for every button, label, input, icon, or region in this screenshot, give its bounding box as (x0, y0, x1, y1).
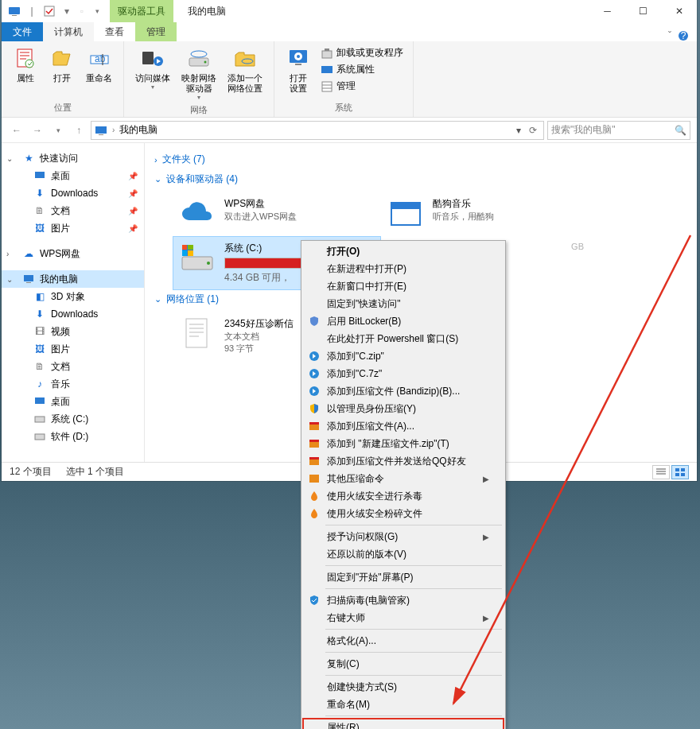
ctx-grant-access[interactable]: 授予访问权限(G)▶ (303, 528, 504, 545)
ctx-add-send-qq[interactable]: 添加到压缩文件并发送给QQ好友 (303, 452, 504, 470)
drive-c-icon (178, 242, 216, 275)
ctx-other-compress[interactable]: 其他压缩命令▶ (303, 470, 504, 487)
ctx-scan-guanjia[interactable]: 扫描病毒(电脑管家) (303, 591, 504, 609)
tab-file[interactable]: 文件 (2, 22, 43, 41)
nav-pictures[interactable]: 🖼图片📌 (2, 219, 144, 237)
rename-icon: ab (87, 46, 112, 72)
shield-icon (307, 314, 321, 328)
nav-desktop2[interactable]: 桌面 (2, 393, 144, 410)
ribbon-btn-map-drive[interactable]: 映射网络 驱动器 ▾ (177, 45, 221, 103)
nav-documents[interactable]: 🗎文档📌 (2, 202, 144, 219)
address-input[interactable]: › 我的电脑 ▾ ⟳ (91, 121, 544, 140)
ribbon: 属性 打开 ab 重命名 位置 访问媒体 ▾ (2, 41, 697, 118)
bandizip-icon (307, 384, 321, 398)
ribbon-btn-open[interactable]: 打开 (45, 45, 80, 85)
view-details-button[interactable] (652, 465, 670, 479)
ctx-open-new-window[interactable]: 在新窗口中打开(E) (303, 277, 504, 295)
nav-quick-access[interactable]: ⌄★快速访问 (2, 149, 144, 167)
ribbon-btn-open-settings[interactable]: 打开 设置 (281, 45, 316, 95)
ctx-properties[interactable]: 属性(R) (303, 719, 504, 729)
nav-video[interactable]: 🎞视频 (2, 323, 144, 340)
qat-overflow-icon[interactable]: ▾ (91, 5, 103, 17)
ribbon-btn-rename[interactable]: ab 重命名 (81, 45, 117, 85)
ribbon-group-location: 属性 打开 ab 重命名 位置 (2, 41, 124, 117)
nav-up-button[interactable]: ↑ (70, 122, 88, 139)
addr-dropdown-icon[interactable]: ▾ (516, 125, 521, 136)
ctx-admin-compress[interactable]: 以管理员身份压缩(Y) (303, 400, 504, 417)
navigation-pane[interactable]: ⌄★快速访问 桌面📌 ⬇Downloads📌 🗎文档📌 🖼图片📌 ›☁WPS网盘… (2, 143, 145, 462)
svg-rect-37 (182, 245, 187, 250)
submenu-arrow-icon: ▶ (483, 475, 489, 483)
ctx-add-c7z[interactable]: 添加到"C.7z" (303, 365, 504, 382)
close-button[interactable]: ✕ (661, 0, 697, 22)
tile-wps[interactable]: WPS网盘双击进入WPS网盘 (173, 192, 380, 235)
ctx-pin-start[interactable]: 固定到"开始"屏幕(P) (303, 568, 504, 586)
ctx-bitlocker[interactable]: 启用 BitLocker(B) (303, 312, 504, 330)
ribbon-btn-manage[interactable]: 管理 (317, 78, 406, 95)
qat-checkbox-icon[interactable] (43, 5, 56, 17)
tab-computer[interactable]: 计算机 (43, 22, 94, 41)
nav-back-button[interactable]: ← (8, 122, 25, 139)
qat-dropdown-icon[interactable]: ▾ (60, 5, 73, 17)
tab-view[interactable]: 查看 (94, 22, 135, 41)
nav-3d-objects[interactable]: ◧3D 对象 (2, 288, 144, 305)
section-folders[interactable]: ›文件夹 (7) (154, 153, 687, 166)
ctx-huorong-shred[interactable]: 使用火绒安全粉碎文件 (303, 505, 504, 522)
netloc-icon (232, 46, 258, 72)
section-devices[interactable]: ⌄设备和驱动器 (4) (154, 173, 687, 186)
svg-rect-26 (35, 172, 45, 178)
nav-d-drive[interactable]: 软件 (D:) (2, 428, 144, 445)
help-icon[interactable]: ? (678, 30, 689, 41)
search-icon[interactable]: 🔍 (675, 125, 686, 136)
ribbon-btn-sys-props[interactable]: 系统属性 (317, 61, 406, 78)
pin-icon: 📌 (128, 189, 138, 198)
ribbon-btn-uninstall[interactable]: 卸载或更改程序 (317, 45, 406, 61)
ctx-restore-ver[interactable]: 还原以前的版本(V) (303, 545, 504, 563)
ribbon-btn-add-netloc[interactable]: 添加一个 网络位置 (223, 45, 267, 103)
nav-this-pc[interactable]: ⌄我的电脑 (2, 270, 144, 288)
ctx-copy[interactable]: 复制(C) (303, 655, 504, 673)
tile-kugou[interactable]: 酷狗音乐听音乐，用酷狗 (382, 192, 589, 235)
ctx-add-archive-a[interactable]: 添加到压缩文件(A)... (303, 417, 504, 435)
nav-history-dropdown[interactable]: ▾ (49, 122, 67, 139)
nav-forward-button[interactable]: → (29, 122, 46, 139)
search-input[interactable]: 搜索"我的电脑" 🔍 (547, 121, 690, 140)
nav-documents2[interactable]: 🗎文档 (2, 358, 144, 375)
ctx-open-new-process[interactable]: 在新进程中打开(P) (303, 260, 504, 277)
ctx-powershell[interactable]: 在此处打开 Powershell 窗口(S) (303, 330, 504, 347)
ctx-rename[interactable]: 重命名(M) (303, 696, 504, 713)
nav-pictures2[interactable]: 🖼图片 (2, 340, 144, 358)
ctx-right-click-master[interactable]: 右键大师▶ (303, 609, 504, 626)
ctx-pin-quick[interactable]: 固定到"快速访问" (303, 295, 504, 312)
nav-downloads[interactable]: ⬇Downloads📌 (2, 184, 144, 202)
ribbon-collapse-icon[interactable]: ˇ (668, 30, 671, 41)
ctx-format[interactable]: 格式化(A)... (303, 632, 504, 650)
ctx-open[interactable]: 打开(O) (303, 242, 504, 260)
nav-music[interactable]: ♪音乐 (2, 375, 144, 393)
ribbon-btn-properties[interactable]: 属性 (8, 45, 43, 85)
addr-chevron-icon[interactable]: › (112, 126, 115, 134)
nav-downloads2[interactable]: ⬇Downloads (2, 305, 144, 323)
ctx-huorong-scan[interactable]: 使用火绒安全进行杀毒 (303, 487, 504, 505)
view-tiles-button[interactable] (671, 465, 689, 479)
nav-wps[interactable]: ›☁WPS网盘 (2, 245, 144, 262)
minimize-button[interactable]: ─ (589, 0, 625, 22)
qat-separator: | (25, 5, 38, 17)
ctx-add-bandizip[interactable]: 添加到压缩文件 (Bandizip)(B)... (303, 382, 504, 400)
nav-c-drive[interactable]: 系统 (C:) (2, 410, 144, 428)
maximize-button[interactable]: ☐ (625, 0, 661, 22)
bandizip-icon (307, 349, 321, 363)
nav-desktop[interactable]: 桌面📌 (2, 167, 144, 184)
ctx-add-new-zip[interactable]: 添加到 "新建压缩文件.zip"(T) (303, 435, 504, 452)
ctx-separator (325, 588, 502, 589)
ribbon-group-system: 打开 设置 卸载或更改程序 系统属性 管理 (274, 41, 414, 117)
svg-rect-20 (322, 51, 332, 58)
pictures-icon: 🖼 (33, 343, 46, 355)
tab-manage[interactable]: 管理 (135, 22, 177, 41)
thispc-small-icon (95, 124, 107, 137)
ctx-add-czip[interactable]: 添加到"C.zip" (303, 347, 504, 365)
refresh-icon[interactable]: ⟳ (526, 125, 540, 136)
ribbon-btn-access-media[interactable]: 访问媒体 ▾ (130, 45, 175, 103)
ctx-create-shortcut[interactable]: 创建快捷方式(S) (303, 678, 504, 696)
svg-point-35 (207, 262, 210, 265)
